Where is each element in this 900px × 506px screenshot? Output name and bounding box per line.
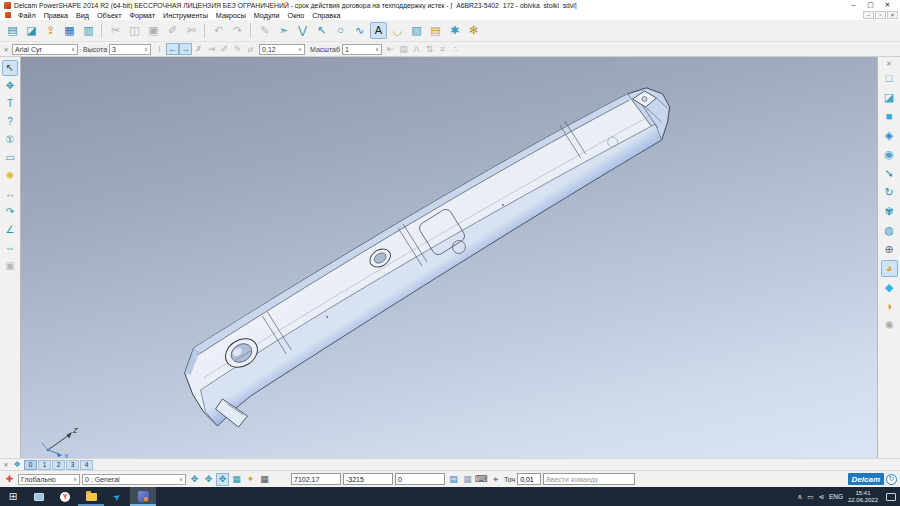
- level-tab-4[interactable]: 4: [80, 460, 93, 470]
- camera-view-icon[interactable]: ◉: [881, 146, 898, 163]
- delete-icon[interactable]: ✄: [183, 22, 200, 39]
- char-map-icon[interactable]: А: [410, 43, 423, 55]
- menu-modules[interactable]: Модули: [250, 11, 284, 20]
- close-button[interactable]: ✕: [879, 1, 896, 9]
- menu-file[interactable]: Файл: [14, 11, 40, 20]
- menu-edit[interactable]: Правка: [40, 11, 72, 20]
- level-select[interactable]: 0 : General ∨: [82, 474, 186, 485]
- tray-display-icon[interactable]: ▭: [807, 493, 813, 501]
- print-icon[interactable]: ▥: [80, 22, 97, 39]
- taskbar-app-monitor[interactable]: [26, 487, 52, 506]
- wireframe-view-icon[interactable]: □: [881, 70, 898, 87]
- mdi-restore-button[interactable]: ▫: [875, 11, 886, 19]
- level-tab-2[interactable]: 2: [52, 460, 65, 470]
- select-arrow-icon[interactable]: ↖: [313, 22, 330, 39]
- solid-icon[interactable]: ▧: [408, 22, 425, 39]
- start-button[interactable]: ⊞: [0, 487, 26, 506]
- mdi-minimize-button[interactable]: –: [863, 11, 874, 19]
- dim-radial-icon[interactable]: ↷: [2, 204, 18, 220]
- grid-icon[interactable]: ▦: [258, 473, 271, 486]
- menu-macros[interactable]: Макросы: [212, 11, 250, 20]
- levels-close-icon[interactable]: ✕: [2, 461, 10, 468]
- level-tab-3[interactable]: 3: [66, 460, 79, 470]
- grid-snap-icon[interactable]: ▣: [2, 258, 18, 274]
- text-icon[interactable]: A: [370, 22, 387, 39]
- ruler-icon[interactable]: ▭: [2, 150, 18, 166]
- zoom-window-icon[interactable]: ◍: [881, 222, 898, 239]
- rotate-view-icon[interactable]: ↻: [881, 184, 898, 201]
- undo-icon[interactable]: ↶: [210, 22, 227, 39]
- copy-icon[interactable]: ◫: [126, 22, 143, 39]
- minimize-button[interactable]: –: [845, 1, 862, 9]
- visibility-bulb-icon[interactable]: ✺: [881, 317, 898, 334]
- open-folder-icon[interactable]: ◪: [23, 22, 40, 39]
- tray-language[interactable]: ENG: [829, 493, 843, 500]
- item-info-icon[interactable]: ①: [2, 132, 18, 148]
- bulb-icon[interactable]: ✺: [2, 168, 18, 184]
- polyline-icon[interactable]: ⋁: [294, 22, 311, 39]
- assembly-gears-icon[interactable]: ✱: [446, 22, 463, 39]
- menu-tools[interactable]: Инструменты: [159, 11, 212, 20]
- taskbar-app-telegram[interactable]: ➤: [104, 487, 130, 506]
- taskbar-app-powershape[interactable]: [130, 487, 156, 506]
- y-coordinate-field[interactable]: [343, 473, 393, 485]
- scale-select[interactable]: 1 ∨: [342, 44, 382, 55]
- tolerance-select[interactable]: 0,12 ∨: [259, 44, 305, 55]
- italic-icon[interactable]: I: [153, 43, 166, 55]
- style-brush-icon[interactable]: ➣: [275, 22, 292, 39]
- iso-view-icon[interactable]: ◈: [881, 127, 898, 144]
- calculator-icon[interactable]: ▦: [461, 473, 474, 486]
- align-right-icon[interactable]: →: [179, 43, 192, 55]
- text-edit-icon[interactable]: T: [2, 96, 18, 112]
- dots-icon[interactable]: ∴: [449, 43, 462, 55]
- workspace-select[interactable]: Глобально ∨: [18, 474, 80, 485]
- tray-mute-icon[interactable]: ⊲: [818, 493, 823, 501]
- z-coordinate-field[interactable]: [395, 473, 445, 485]
- position-icon[interactable]: ⌖: [489, 473, 502, 486]
- mdi-close-button[interactable]: ✕: [887, 11, 898, 19]
- tray-chevron-icon[interactable]: ∧: [797, 493, 802, 501]
- zoom-full-icon[interactable]: ➘: [881, 165, 898, 182]
- menu-help[interactable]: Справка: [308, 11, 344, 20]
- workplane-lock-icon[interactable]: ▦: [230, 473, 243, 486]
- item-list-icon[interactable]: ▤: [447, 473, 460, 486]
- list-icon[interactable]: ≡: [436, 43, 449, 55]
- query-icon[interactable]: ?: [2, 114, 18, 130]
- notification-center-icon[interactable]: [886, 493, 896, 501]
- x-coordinate-field[interactable]: [291, 473, 341, 485]
- hidden-line-view-icon[interactable]: ◪: [881, 89, 898, 106]
- trim-icon[interactable]: ✐: [164, 22, 181, 39]
- mirror-text-icon[interactable]: ✗: [192, 43, 205, 55]
- laminate-icon[interactable]: ▤: [427, 22, 444, 39]
- text-height-select[interactable]: 3 ∨: [109, 44, 151, 55]
- import-icon[interactable]: ⇪: [42, 22, 59, 39]
- shaded-view-icon[interactable]: ■: [881, 108, 898, 125]
- level-tab-0[interactable]: 0: [24, 460, 37, 470]
- shadow-render-icon[interactable]: ◑: [881, 298, 898, 315]
- tolerance-field[interactable]: [517, 473, 541, 485]
- snap-sparkle-icon[interactable]: ✦: [244, 473, 257, 486]
- render-shaded-icon[interactable]: ◕: [881, 260, 898, 277]
- workplane-new-icon[interactable]: ✥: [202, 473, 215, 486]
- diameter-icon[interactable]: ⌀: [244, 43, 257, 55]
- dim-parallel-icon[interactable]: ⇔: [2, 240, 18, 256]
- text-path-icon[interactable]: ⇥: [205, 43, 218, 55]
- tray-clock[interactable]: 15:41 22.06.2022: [848, 490, 878, 504]
- surface-icon[interactable]: ◡: [389, 22, 406, 39]
- zoom-gear-icon[interactable]: ✾: [881, 203, 898, 220]
- align-left-icon[interactable]: ←: [166, 43, 179, 55]
- taskbar-app-yandex[interactable]: Y: [52, 487, 78, 506]
- menu-window[interactable]: Окно: [284, 11, 309, 20]
- line-space-icon[interactable]: ⇅: [423, 43, 436, 55]
- dynamic-section-icon[interactable]: ◆: [881, 279, 898, 296]
- kerning-icon[interactable]: ⇤: [384, 43, 397, 55]
- annotate-pencil-icon[interactable]: ✎: [256, 22, 273, 39]
- new-file-icon[interactable]: ▤: [4, 22, 21, 39]
- pen-icon[interactable]: ✐: [218, 43, 231, 55]
- taskbar-app-explorer[interactable]: [78, 487, 104, 506]
- dim-linear-icon[interactable]: ↔: [2, 186, 18, 202]
- circle-icon[interactable]: ○: [332, 22, 349, 39]
- wizard-wand-icon[interactable]: ✻: [465, 22, 482, 39]
- dim-angle-icon[interactable]: ∠: [2, 222, 18, 238]
- save-icon[interactable]: ▦: [61, 22, 78, 39]
